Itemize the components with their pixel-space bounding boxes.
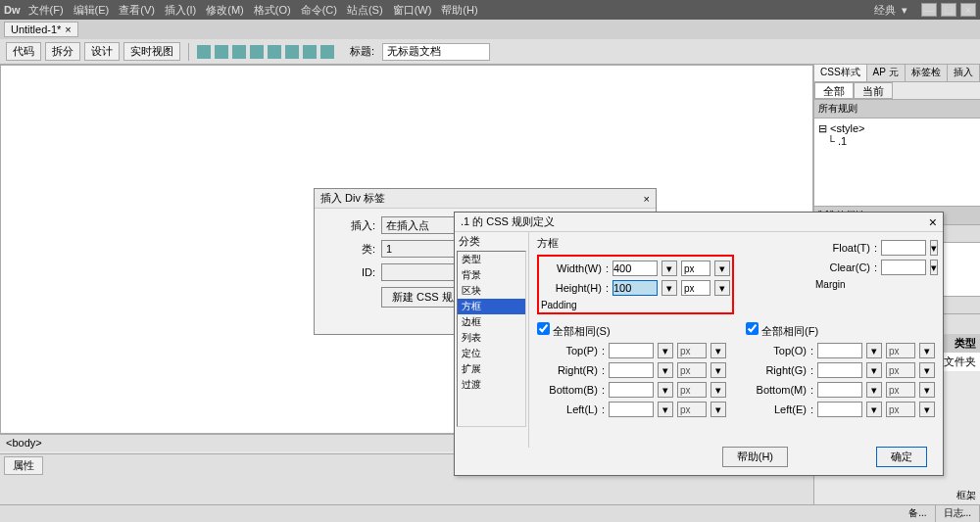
tab-insert[interactable]: 插入 xyxy=(948,65,980,81)
help-button[interactable]: 帮助(H) xyxy=(722,447,788,467)
chevron-down-icon[interactable]: ▾ xyxy=(930,260,938,275)
title-input[interactable] xyxy=(382,43,490,61)
minimize-icon[interactable]: — xyxy=(921,3,937,17)
padding-left-input[interactable] xyxy=(609,402,654,417)
view-live-button[interactable]: 实时视图 xyxy=(123,42,180,61)
menu-format[interactable]: 格式(O) xyxy=(254,3,291,18)
id-label: ID: xyxy=(326,266,375,278)
padding-top-input[interactable] xyxy=(609,343,654,358)
padding-right-input[interactable] xyxy=(609,362,654,378)
workspace-selector[interactable]: 经典 xyxy=(874,3,896,18)
float-label: Float(T) xyxy=(815,242,870,254)
view-design-button[interactable]: 设计 xyxy=(84,42,120,61)
properties-tab[interactable]: 属性 xyxy=(4,456,43,475)
dialog-title: 插入 Div 标签 xyxy=(320,191,385,206)
cat-box[interactable]: 方框 xyxy=(458,299,525,314)
menu-items: 文件(F) 编辑(E) 查看(V) 插入(I) 修改(M) 格式(O) 命令(C… xyxy=(28,3,478,18)
dialog-close-icon[interactable]: × xyxy=(644,193,650,205)
subtab-current[interactable]: 当前 xyxy=(854,82,893,99)
class-label: 类: xyxy=(326,242,375,257)
css-rule-dialog: .1 的 CSS 规则定义 × 分类 类型 背景 区块 方框 边框 列表 定位 … xyxy=(454,212,944,476)
ok-button[interactable]: 确定 xyxy=(876,447,927,467)
chevron-down-icon[interactable]: ▾ xyxy=(714,280,730,296)
float-input[interactable] xyxy=(881,240,926,256)
margin-top-input[interactable] xyxy=(817,343,862,358)
insert-label: 插入: xyxy=(326,218,375,233)
document-tab[interactable]: Untitled-1* × xyxy=(4,22,78,37)
all-rules-title: 所有规则 xyxy=(814,100,980,119)
status-backup[interactable]: 备... xyxy=(901,505,935,522)
clear-label: Clear(C) xyxy=(815,261,870,273)
chevron-down-icon[interactable]: ▾ xyxy=(662,280,677,296)
cat-list[interactable]: 列表 xyxy=(458,330,525,346)
cat-transition[interactable]: 过渡 xyxy=(458,377,525,393)
cat-positioning[interactable]: 定位 xyxy=(458,346,525,361)
css-rules-tree[interactable]: ⊟ <style> └ .1 xyxy=(814,119,980,207)
tool-icon[interactable] xyxy=(285,45,299,59)
maximize-icon[interactable]: □ xyxy=(941,3,956,17)
cat-block[interactable]: 区块 xyxy=(458,283,525,299)
width-input[interactable] xyxy=(612,261,658,276)
cat-border[interactable]: 边框 xyxy=(458,314,525,330)
tool-icon[interactable] xyxy=(320,45,334,59)
chevron-down-icon[interactable]: ▾ xyxy=(930,240,938,256)
highlighted-region: Width(W): ▾ ▾ Height(H): ▾ ▾ Padding xyxy=(537,255,734,314)
padding-same-all-checkbox[interactable] xyxy=(537,322,550,335)
margin-left-input[interactable] xyxy=(817,402,862,417)
width-label: Width(W) xyxy=(541,262,602,274)
app-logo: Dw xyxy=(4,4,21,16)
clear-input[interactable] xyxy=(881,260,926,275)
status-log[interactable]: 日志... xyxy=(936,505,980,522)
toolbar-icons xyxy=(197,45,334,59)
category-list[interactable]: 类型 背景 区块 方框 边框 列表 定位 扩展 过渡 xyxy=(457,251,526,427)
menu-edit[interactable]: 编辑(E) xyxy=(74,3,110,18)
chevron-down-icon[interactable]: ▾ xyxy=(714,261,730,276)
menu-insert[interactable]: 插入(I) xyxy=(165,3,196,18)
bottom-statusbar: 备... 日志... xyxy=(0,504,980,522)
menu-modify[interactable]: 修改(M) xyxy=(206,3,244,18)
margin-bottom-input[interactable] xyxy=(817,382,862,398)
subtab-all[interactable]: 全部 xyxy=(814,82,854,99)
tool-icon[interactable] xyxy=(268,45,281,59)
tool-icon[interactable] xyxy=(250,45,264,59)
tab-close-icon[interactable]: × xyxy=(65,24,71,35)
css-dialog-title: .1 的 CSS 规则定义 xyxy=(461,214,555,229)
menu-commands[interactable]: 命令(C) xyxy=(301,3,337,18)
menu-site[interactable]: 站点(S) xyxy=(347,3,383,18)
tool-icon[interactable] xyxy=(215,45,228,59)
height-input[interactable] xyxy=(612,280,658,296)
menu-window[interactable]: 窗口(W) xyxy=(393,3,432,18)
dialog-close-icon[interactable]: × xyxy=(929,214,937,230)
menu-view[interactable]: 查看(V) xyxy=(119,3,155,18)
margin-right-input[interactable] xyxy=(817,362,862,378)
tab-ap-elements[interactable]: AP 元 xyxy=(867,65,906,81)
margin-group: 全部相同(F) Top(O): ▾▾ Right(G): ▾▾ Bottom(M… xyxy=(746,322,935,421)
frame-label: 框架 xyxy=(956,489,976,502)
view-code-button[interactable]: 代码 xyxy=(6,42,41,61)
height-unit[interactable] xyxy=(681,280,710,296)
document-toolbar: 代码 拆分 设计 实时视图 标题: xyxy=(0,39,980,65)
cat-extensions[interactable]: 扩展 xyxy=(458,361,525,377)
padding-label: Padding xyxy=(541,300,730,310)
chevron-down-icon[interactable]: ▾ xyxy=(902,4,907,17)
col-type: 类型 xyxy=(955,336,976,351)
document-tab-label: Untitled-1* xyxy=(11,24,61,35)
tab-css-styles[interactable]: CSS样式 xyxy=(814,65,867,81)
margin-label: Margin xyxy=(815,279,933,290)
tool-icon[interactable] xyxy=(232,45,246,59)
menu-file[interactable]: 文件(F) xyxy=(28,3,64,18)
chevron-down-icon[interactable]: ▾ xyxy=(662,261,677,276)
menubar: Dw 文件(F) 编辑(E) 查看(V) 插入(I) 修改(M) 格式(O) 命… xyxy=(0,0,980,20)
close-icon[interactable]: × xyxy=(960,3,976,17)
cat-background[interactable]: 背景 xyxy=(458,267,525,283)
tool-icon[interactable] xyxy=(303,45,317,59)
margin-same-all-checkbox[interactable] xyxy=(746,322,759,335)
tab-tag-inspector[interactable]: 标签检 xyxy=(906,65,948,81)
padding-group: 全部相同(S) Top(P): ▾▾ Right(R): ▾▾ Bottom(B… xyxy=(537,322,726,421)
tool-icon[interactable] xyxy=(197,45,211,59)
view-split-button[interactable]: 拆分 xyxy=(45,42,80,61)
cat-type[interactable]: 类型 xyxy=(458,252,525,267)
width-unit[interactable] xyxy=(681,261,710,276)
padding-bottom-input[interactable] xyxy=(609,382,654,398)
menu-help[interactable]: 帮助(H) xyxy=(441,3,477,18)
